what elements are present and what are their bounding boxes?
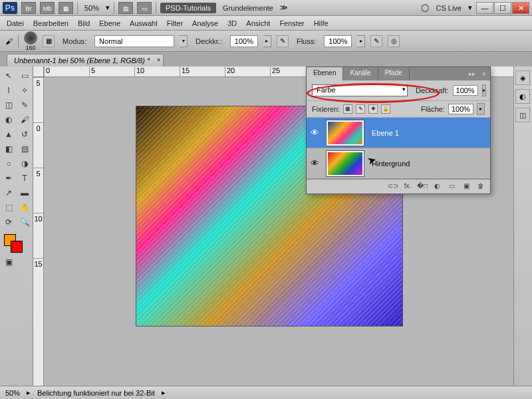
menu-analyse[interactable]: Analyse	[192, 19, 218, 27]
screenmode2-button[interactable]: ▭	[137, 2, 152, 14]
adjustment-icon[interactable]: ◐	[432, 182, 442, 192]
eyedropper-tool[interactable]: ✎	[17, 98, 32, 112]
layer-row[interactable]: 👁 Ebene 1	[307, 118, 490, 148]
path-tool[interactable]: ↗	[1, 186, 16, 200]
lasso-tool[interactable]: ⌇	[1, 84, 16, 97]
tab-kanaele[interactable]: Kanäle	[343, 67, 378, 80]
minibridge-button[interactable]: Mb	[40, 2, 55, 14]
fixieren-label: Fixieren:	[312, 105, 340, 113]
zoom-tool[interactable]: 🔍	[17, 215, 32, 229]
airbrush-icon[interactable]: ✎	[370, 35, 382, 47]
menu-filter[interactable]: Filter	[167, 19, 183, 27]
dock-mask-icon[interactable]: ◫	[515, 108, 530, 122]
flow-field[interactable]: 100%	[324, 35, 352, 47]
status-triangle-icon[interactable]: ▸	[27, 388, 31, 397]
status-zoom[interactable]: 50%	[5, 389, 20, 397]
brush-panel-toggle[interactable]: ▦	[43, 35, 55, 47]
menu-bearbeiten[interactable]: Bearbeiten	[33, 19, 68, 27]
eraser-tool[interactable]: ◧	[1, 142, 16, 156]
toolbox: ↖ ▭ ⌇ ✧ ◫ ✎ ◐ 🖌 ▲ ↺ ◧ ▤ ○ ◑ ✒ T ↗ ▬ ⬚ ✋ …	[0, 66, 33, 386]
brush-preview[interactable]	[24, 31, 37, 45]
chevron-down-icon[interactable]: ▾	[402, 86, 406, 92]
background-swatch[interactable]	[11, 241, 23, 253]
lock-all-icon[interactable]: 🔒	[381, 104, 390, 114]
opacity-field[interactable]: 100%	[230, 35, 258, 47]
rotate-tool[interactable]: ⟳	[1, 215, 16, 229]
dock-layers-icon[interactable]: ◈	[515, 70, 530, 85]
crop-tool[interactable]: ◫	[1, 98, 16, 112]
bridge-button[interactable]: Br	[21, 2, 36, 14]
blur-tool[interactable]: ○	[1, 157, 16, 170]
layer-name[interactable]: Hintergrund	[368, 160, 410, 168]
pressure-size-icon[interactable]: ◎	[388, 35, 400, 47]
layer-row[interactable]: 👁 Hintergrund	[307, 148, 490, 179]
move-tool[interactable]: ↖	[1, 69, 16, 82]
workspace-grund[interactable]: Grundelemente	[220, 4, 276, 12]
panel-collapse-icon[interactable]: ▸▸	[466, 67, 478, 80]
menu-3d[interactable]: 3D	[227, 19, 237, 27]
menu-bild[interactable]: Bild	[78, 19, 90, 27]
minimize-button[interactable]: —	[476, 2, 493, 14]
shape-tool[interactable]: ▬	[17, 186, 32, 200]
status-message: Belichtung funktioniert nur bei 32-Bit	[37, 389, 155, 397]
blend-mode-dropdown[interactable]: Farbe	[312, 84, 408, 96]
3d-tool[interactable]: ⬚	[1, 201, 16, 214]
dock-adjust-icon[interactable]: ◐	[515, 89, 530, 104]
menu-ansicht[interactable]: Ansicht	[246, 19, 270, 27]
wand-tool[interactable]: ✧	[17, 84, 32, 97]
marquee-tool[interactable]: ▭	[17, 69, 32, 82]
blend-mode-field[interactable]: Normal	[94, 35, 174, 47]
dropdown-arrow-icon[interactable]: ▾	[180, 35, 188, 47]
slider-arrow-icon[interactable]: ▸	[482, 84, 486, 96]
workspace-more-icon[interactable]: ≫	[280, 3, 288, 12]
heal-tool[interactable]: ◐	[1, 113, 16, 126]
layer-thumbnail[interactable]	[327, 120, 364, 146]
close-tab-icon[interactable]: ×	[157, 57, 160, 63]
brush-tool[interactable]: 🖌	[17, 113, 32, 126]
tab-pfade[interactable]: Pfade	[378, 67, 410, 80]
pressure-opacity-icon[interactable]: ✎	[277, 35, 289, 47]
history-brush-tool[interactable]: ↺	[17, 128, 32, 141]
lock-trans-icon[interactable]: ▦	[343, 104, 352, 114]
zoom-label[interactable]: 50%	[82, 4, 102, 12]
mask-icon[interactable]: �□	[417, 182, 428, 192]
arrange-button[interactable]: ▥	[118, 2, 133, 14]
layer-thumbnail[interactable]	[327, 151, 364, 176]
menu-bar: Datei Bearbeiten Bild Ebene Auswahl Filt…	[0, 16, 532, 31]
hand-tool[interactable]: ✋	[17, 201, 32, 214]
flaeche-value[interactable]: 100%	[448, 104, 473, 114]
menu-hilfe[interactable]: Hilfe	[314, 19, 329, 27]
menu-fenster[interactable]: Fenster	[279, 19, 304, 27]
workspace-psd[interactable]: PSD-Tutorials	[160, 3, 216, 13]
menu-auswahl[interactable]: Auswahl	[130, 19, 158, 27]
menu-datei[interactable]: Datei	[7, 19, 24, 27]
color-swatches[interactable]	[1, 234, 32, 254]
quickmask-tool[interactable]: ▣	[1, 255, 16, 269]
visibility-icon[interactable]: 👁	[307, 158, 323, 168]
group-icon[interactable]: ▭	[446, 182, 457, 192]
cslive-label[interactable]: CS Live	[433, 4, 464, 12]
dodge-tool[interactable]: ◑	[17, 157, 32, 170]
delete-layer-icon[interactable]: 🗑	[475, 182, 486, 192]
visibility-icon[interactable]: 👁	[307, 128, 323, 138]
panel-menu-icon[interactable]: ≡	[478, 67, 490, 80]
close-button[interactable]: ✕	[512, 2, 529, 14]
gradient-tool[interactable]: ▤	[17, 142, 32, 156]
document-tab[interactable]: Unbenannt-1 bei 50% (Ebene 1, RGB/8) *×	[7, 54, 164, 66]
fx-icon[interactable]: fx.	[402, 182, 413, 192]
screen-mode-button[interactable]: ▦	[59, 2, 73, 14]
pen-tool[interactable]: ✒	[1, 172, 16, 185]
layer-name[interactable]: Ebene 1	[368, 129, 399, 137]
new-layer-icon[interactable]: ▣	[461, 182, 471, 192]
stamp-tool[interactable]: ▲	[1, 128, 16, 141]
lock-pos-icon[interactable]: ✥	[368, 104, 378, 114]
type-tool[interactable]: T	[17, 172, 32, 185]
cslive-icon[interactable]: ◯	[421, 3, 429, 12]
status-arrow-icon[interactable]: ▸	[162, 388, 166, 397]
tab-ebenen[interactable]: Ebenen	[307, 67, 343, 80]
deckkraft-value[interactable]: 100%	[453, 85, 478, 96]
menu-ebene[interactable]: Ebene	[99, 19, 120, 27]
link-layers-icon[interactable]: ⊂⊃	[388, 182, 398, 192]
lock-paint-icon[interactable]: ✎	[356, 104, 365, 114]
maximize-button[interactable]: ☐	[494, 2, 511, 14]
